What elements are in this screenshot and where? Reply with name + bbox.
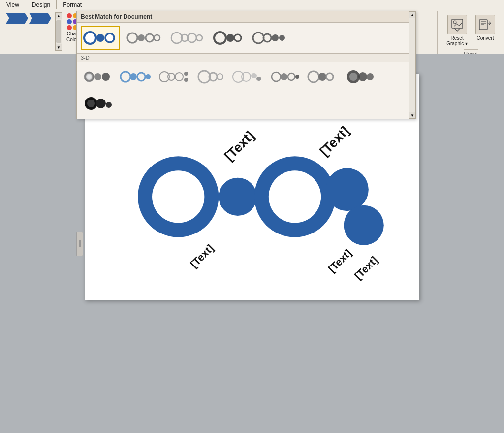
ribbon: View Design Format ▲ ▼ [0, 0, 504, 54]
svg-point-5 [146, 34, 154, 42]
reset-graphic-button[interactable]: ResetGraphic ▾ [443, 13, 471, 48]
style-option-2[interactable] [124, 26, 163, 50]
svg-point-25 [146, 74, 151, 79]
svg-point-9 [188, 33, 196, 42]
svg-point-47 [358, 72, 367, 81]
svg-point-7 [171, 33, 182, 43]
svg-point-39 [281, 73, 287, 80]
3d-option-7[interactable] [304, 65, 341, 89]
svg-point-42 [308, 71, 319, 82]
svg-point-67 [344, 205, 384, 245]
svg-point-17 [279, 35, 285, 41]
svg-text:[Text]: [Text] [221, 128, 257, 164]
svg-point-11 [214, 32, 226, 44]
svg-point-46 [349, 73, 357, 81]
svg-point-16 [272, 34, 279, 41]
3d-option-4[interactable] [195, 65, 227, 89]
svg-point-3 [127, 33, 137, 43]
svg-point-63 [219, 178, 256, 216]
reset-graphic-label: ResetGraphic ▾ [446, 35, 468, 46]
svg-point-44 [326, 73, 333, 80]
smartart-graphic[interactable]: [Text] [Text] [Text] [Text] [Text] [109, 94, 395, 281]
svg-point-0 [84, 32, 96, 44]
svg-point-51 [96, 99, 106, 108]
svg-point-37 [256, 77, 261, 81]
svg-point-36 [251, 73, 257, 78]
svg-point-2 [105, 33, 114, 42]
scroll-thumb [56, 20, 61, 43]
tab-design[interactable]: Design [26, 0, 57, 9]
style-option-3[interactable] [167, 26, 207, 50]
reset-graphic-icon [447, 15, 467, 34]
section-3d-label: 3-D [77, 53, 415, 62]
ribbon-tabs: View Design Format [0, 0, 88, 9]
arrow-shape-1 [6, 13, 28, 24]
svg-point-21 [102, 73, 110, 81]
scroll-up-btn[interactable]: ▲ [55, 12, 62, 19]
arrow-shape-2 [29, 13, 51, 24]
svg-point-35 [242, 72, 251, 81]
color-dot-7 [67, 25, 72, 30]
threed-row [77, 62, 415, 119]
styles-dropdown: Best Match for Document [76, 11, 416, 119]
style-option-4[interactable] [211, 26, 245, 50]
dropdown-scrollbar[interactable]: ▲ ▼ [409, 11, 415, 119]
svg-point-40 [288, 73, 295, 80]
svg-point-23 [130, 73, 137, 80]
3d-option-2[interactable] [117, 65, 154, 89]
best-match-row [77, 23, 415, 53]
svg-point-41 [295, 75, 299, 79]
svg-point-54 [453, 21, 456, 24]
arrow-shapes [6, 13, 51, 24]
svg-point-20 [94, 73, 101, 80]
3d-option-8[interactable] [343, 65, 378, 89]
svg-point-4 [138, 34, 145, 41]
svg-point-65 [269, 170, 321, 223]
tab-view[interactable]: View [0, 0, 26, 9]
svg-point-19 [86, 74, 92, 80]
svg-point-66 [326, 168, 369, 211]
svg-text:[Text]: [Text] [188, 242, 216, 270]
svg-text:[Text]: [Text] [352, 254, 380, 281]
svg-point-30 [184, 78, 188, 82]
svg-point-28 [175, 73, 183, 81]
style-option-1[interactable] [81, 26, 120, 50]
svg-point-14 [253, 33, 264, 43]
left-scrollbar[interactable]: ▲ ▼ [55, 12, 62, 51]
3d-option-6[interactable] [268, 65, 302, 89]
svg-text:[Text]: [Text] [317, 124, 352, 159]
3d-option-3[interactable] [156, 65, 193, 89]
svg-point-6 [154, 35, 160, 41]
svg-point-62 [152, 170, 204, 223]
3d-option-9[interactable] [81, 91, 115, 116]
svg-point-38 [272, 72, 281, 81]
svg-point-10 [196, 35, 202, 41]
svg-point-1 [96, 34, 104, 42]
convert-button[interactable]: Convert [472, 13, 498, 48]
convert-icon [475, 15, 495, 34]
svg-point-33 [217, 74, 223, 80]
svg-text:[Text]: [Text] [326, 247, 354, 275]
svg-point-50 [87, 100, 95, 107]
color-dot-4 [67, 19, 72, 24]
svg-point-24 [137, 73, 145, 81]
color-dot-1 [67, 13, 72, 18]
left-panel-handle[interactable] [76, 232, 83, 256]
reset-section: ResetGraphic ▾ Convert [437, 11, 504, 59]
svg-point-13 [234, 34, 241, 41]
3d-option-5[interactable] [229, 65, 266, 89]
dropdown-header: Best Match for Document [77, 11, 415, 23]
smartart-preview [2, 11, 55, 26]
style-option-5[interactable] [249, 26, 288, 50]
svg-point-29 [184, 72, 188, 76]
dropdown-scroll-up[interactable]: ▲ [409, 11, 416, 18]
tab-format[interactable]: Format [57, 0, 88, 9]
svg-point-48 [367, 73, 374, 80]
scroll-down-btn[interactable]: ▼ [55, 44, 62, 51]
3d-option-1[interactable] [81, 65, 115, 89]
reset-buttons: ResetGraphic ▾ Convert [443, 13, 498, 48]
svg-point-12 [226, 34, 234, 42]
svg-point-22 [121, 72, 130, 82]
dropdown-scroll-down[interactable]: ▼ [409, 112, 416, 119]
convert-label: Convert [476, 35, 494, 41]
